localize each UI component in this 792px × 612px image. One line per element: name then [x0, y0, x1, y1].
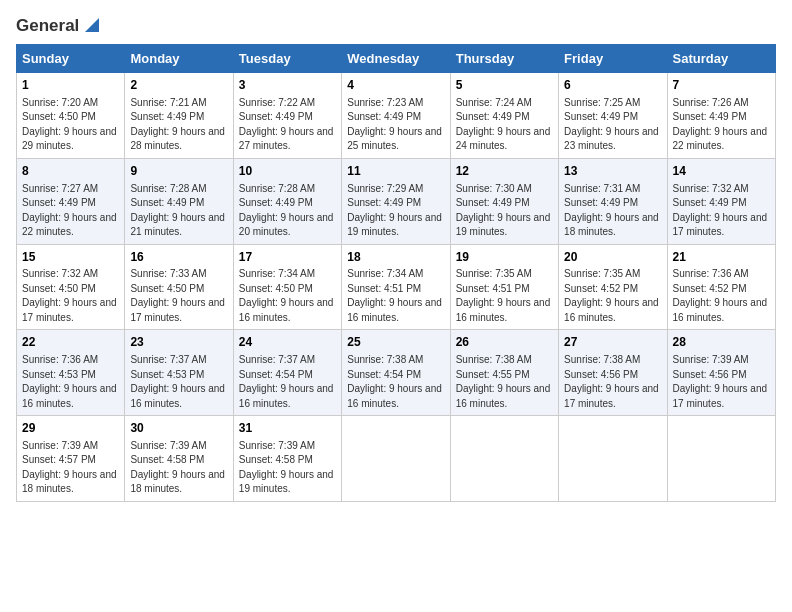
- cell-text: Sunrise: 7:39 AMSunset: 4:58 PMDaylight:…: [130, 439, 227, 497]
- calendar-cell: [667, 416, 775, 502]
- cell-text: Sunrise: 7:39 AMSunset: 4:56 PMDaylight:…: [673, 353, 770, 411]
- calendar-cell: 7Sunrise: 7:26 AMSunset: 4:49 PMDaylight…: [667, 73, 775, 159]
- cell-text: Sunrise: 7:38 AMSunset: 4:54 PMDaylight:…: [347, 353, 444, 411]
- day-number: 29: [22, 420, 119, 437]
- day-number: 25: [347, 334, 444, 351]
- cell-text: Sunrise: 7:37 AMSunset: 4:54 PMDaylight:…: [239, 353, 336, 411]
- calendar-cell: 5Sunrise: 7:24 AMSunset: 4:49 PMDaylight…: [450, 73, 558, 159]
- col-header-thursday: Thursday: [450, 45, 558, 73]
- calendar-week-row: 1Sunrise: 7:20 AMSunset: 4:50 PMDaylight…: [17, 73, 776, 159]
- col-header-saturday: Saturday: [667, 45, 775, 73]
- logo-general: General: [16, 16, 79, 36]
- calendar-cell: 16Sunrise: 7:33 AMSunset: 4:50 PMDayligh…: [125, 244, 233, 330]
- calendar-week-row: 8Sunrise: 7:27 AMSunset: 4:49 PMDaylight…: [17, 158, 776, 244]
- day-number: 22: [22, 334, 119, 351]
- cell-text: Sunrise: 7:31 AMSunset: 4:49 PMDaylight:…: [564, 182, 661, 240]
- calendar-week-row: 29Sunrise: 7:39 AMSunset: 4:57 PMDayligh…: [17, 416, 776, 502]
- day-number: 31: [239, 420, 336, 437]
- day-number: 5: [456, 77, 553, 94]
- cell-text: Sunrise: 7:27 AMSunset: 4:49 PMDaylight:…: [22, 182, 119, 240]
- calendar-week-row: 15Sunrise: 7:32 AMSunset: 4:50 PMDayligh…: [17, 244, 776, 330]
- cell-text: Sunrise: 7:20 AMSunset: 4:50 PMDaylight:…: [22, 96, 119, 154]
- calendar-cell: 4Sunrise: 7:23 AMSunset: 4:49 PMDaylight…: [342, 73, 450, 159]
- calendar-cell: 13Sunrise: 7:31 AMSunset: 4:49 PMDayligh…: [559, 158, 667, 244]
- day-number: 13: [564, 163, 661, 180]
- calendar-cell: 2Sunrise: 7:21 AMSunset: 4:49 PMDaylight…: [125, 73, 233, 159]
- cell-text: Sunrise: 7:39 AMSunset: 4:57 PMDaylight:…: [22, 439, 119, 497]
- calendar-cell: 30Sunrise: 7:39 AMSunset: 4:58 PMDayligh…: [125, 416, 233, 502]
- day-number: 16: [130, 249, 227, 266]
- calendar-cell: 23Sunrise: 7:37 AMSunset: 4:53 PMDayligh…: [125, 330, 233, 416]
- logo: General: [16, 16, 99, 34]
- calendar-cell: 8Sunrise: 7:27 AMSunset: 4:49 PMDaylight…: [17, 158, 125, 244]
- cell-text: Sunrise: 7:34 AMSunset: 4:50 PMDaylight:…: [239, 267, 336, 325]
- calendar-cell: 19Sunrise: 7:35 AMSunset: 4:51 PMDayligh…: [450, 244, 558, 330]
- calendar-cell: 29Sunrise: 7:39 AMSunset: 4:57 PMDayligh…: [17, 416, 125, 502]
- cell-text: Sunrise: 7:23 AMSunset: 4:49 PMDaylight:…: [347, 96, 444, 154]
- calendar-cell: 21Sunrise: 7:36 AMSunset: 4:52 PMDayligh…: [667, 244, 775, 330]
- cell-text: Sunrise: 7:38 AMSunset: 4:55 PMDaylight:…: [456, 353, 553, 411]
- day-number: 18: [347, 249, 444, 266]
- calendar-cell: 24Sunrise: 7:37 AMSunset: 4:54 PMDayligh…: [233, 330, 341, 416]
- cell-text: Sunrise: 7:38 AMSunset: 4:56 PMDaylight:…: [564, 353, 661, 411]
- day-number: 19: [456, 249, 553, 266]
- page-header: General: [16, 16, 776, 34]
- day-number: 15: [22, 249, 119, 266]
- calendar-cell: [450, 416, 558, 502]
- day-number: 12: [456, 163, 553, 180]
- cell-text: Sunrise: 7:21 AMSunset: 4:49 PMDaylight:…: [130, 96, 227, 154]
- cell-text: Sunrise: 7:24 AMSunset: 4:49 PMDaylight:…: [456, 96, 553, 154]
- day-number: 26: [456, 334, 553, 351]
- calendar-cell: 25Sunrise: 7:38 AMSunset: 4:54 PMDayligh…: [342, 330, 450, 416]
- cell-text: Sunrise: 7:28 AMSunset: 4:49 PMDaylight:…: [130, 182, 227, 240]
- cell-text: Sunrise: 7:25 AMSunset: 4:49 PMDaylight:…: [564, 96, 661, 154]
- cell-text: Sunrise: 7:33 AMSunset: 4:50 PMDaylight:…: [130, 267, 227, 325]
- calendar-cell: 12Sunrise: 7:30 AMSunset: 4:49 PMDayligh…: [450, 158, 558, 244]
- cell-text: Sunrise: 7:34 AMSunset: 4:51 PMDaylight:…: [347, 267, 444, 325]
- cell-text: Sunrise: 7:39 AMSunset: 4:58 PMDaylight:…: [239, 439, 336, 497]
- day-number: 14: [673, 163, 770, 180]
- day-number: 11: [347, 163, 444, 180]
- cell-text: Sunrise: 7:28 AMSunset: 4:49 PMDaylight:…: [239, 182, 336, 240]
- calendar-cell: 11Sunrise: 7:29 AMSunset: 4:49 PMDayligh…: [342, 158, 450, 244]
- day-number: 9: [130, 163, 227, 180]
- cell-text: Sunrise: 7:22 AMSunset: 4:49 PMDaylight:…: [239, 96, 336, 154]
- col-header-friday: Friday: [559, 45, 667, 73]
- cell-text: Sunrise: 7:29 AMSunset: 4:49 PMDaylight:…: [347, 182, 444, 240]
- svg-marker-0: [85, 18, 99, 32]
- calendar-cell: 20Sunrise: 7:35 AMSunset: 4:52 PMDayligh…: [559, 244, 667, 330]
- col-header-wednesday: Wednesday: [342, 45, 450, 73]
- col-header-monday: Monday: [125, 45, 233, 73]
- cell-text: Sunrise: 7:32 AMSunset: 4:49 PMDaylight:…: [673, 182, 770, 240]
- day-number: 4: [347, 77, 444, 94]
- calendar-cell: 28Sunrise: 7:39 AMSunset: 4:56 PMDayligh…: [667, 330, 775, 416]
- day-number: 27: [564, 334, 661, 351]
- calendar-cell: 9Sunrise: 7:28 AMSunset: 4:49 PMDaylight…: [125, 158, 233, 244]
- day-number: 10: [239, 163, 336, 180]
- calendar-cell: 3Sunrise: 7:22 AMSunset: 4:49 PMDaylight…: [233, 73, 341, 159]
- calendar-cell: 17Sunrise: 7:34 AMSunset: 4:50 PMDayligh…: [233, 244, 341, 330]
- cell-text: Sunrise: 7:35 AMSunset: 4:51 PMDaylight:…: [456, 267, 553, 325]
- calendar-cell: 15Sunrise: 7:32 AMSunset: 4:50 PMDayligh…: [17, 244, 125, 330]
- day-number: 23: [130, 334, 227, 351]
- calendar-cell: 14Sunrise: 7:32 AMSunset: 4:49 PMDayligh…: [667, 158, 775, 244]
- calendar-cell: 31Sunrise: 7:39 AMSunset: 4:58 PMDayligh…: [233, 416, 341, 502]
- day-number: 6: [564, 77, 661, 94]
- day-number: 3: [239, 77, 336, 94]
- day-number: 2: [130, 77, 227, 94]
- calendar-table: SundayMondayTuesdayWednesdayThursdayFrid…: [16, 44, 776, 502]
- day-number: 17: [239, 249, 336, 266]
- day-number: 24: [239, 334, 336, 351]
- calendar-cell: 6Sunrise: 7:25 AMSunset: 4:49 PMDaylight…: [559, 73, 667, 159]
- day-number: 20: [564, 249, 661, 266]
- day-number: 8: [22, 163, 119, 180]
- cell-text: Sunrise: 7:37 AMSunset: 4:53 PMDaylight:…: [130, 353, 227, 411]
- day-number: 21: [673, 249, 770, 266]
- calendar-header-row: SundayMondayTuesdayWednesdayThursdayFrid…: [17, 45, 776, 73]
- cell-text: Sunrise: 7:36 AMSunset: 4:53 PMDaylight:…: [22, 353, 119, 411]
- day-number: 30: [130, 420, 227, 437]
- cell-text: Sunrise: 7:32 AMSunset: 4:50 PMDaylight:…: [22, 267, 119, 325]
- calendar-cell: 26Sunrise: 7:38 AMSunset: 4:55 PMDayligh…: [450, 330, 558, 416]
- cell-text: Sunrise: 7:35 AMSunset: 4:52 PMDaylight:…: [564, 267, 661, 325]
- calendar-cell: 10Sunrise: 7:28 AMSunset: 4:49 PMDayligh…: [233, 158, 341, 244]
